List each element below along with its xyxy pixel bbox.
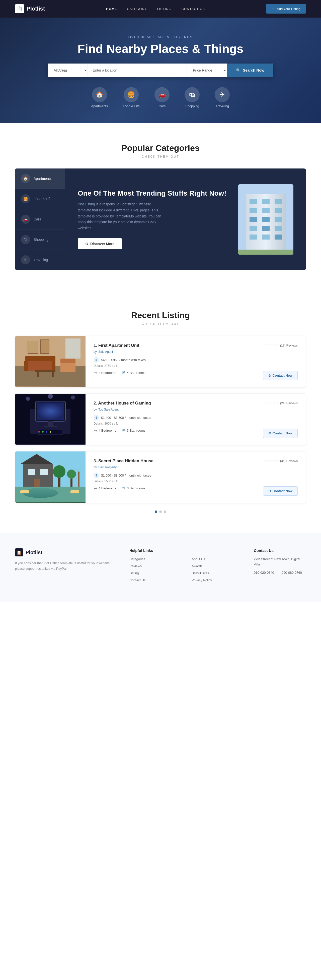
hero-cat-traveling[interactable]: ✈ Traveling: [215, 87, 230, 108]
svg-rect-37: [36, 402, 64, 420]
bath-icon-2: 🚿: [121, 428, 125, 433]
contact-button-1[interactable]: ⊙ Contact Now: [263, 371, 298, 380]
footer-link-categories[interactable]: Categories: [130, 557, 145, 561]
footer-link-awards[interactable]: Awards: [191, 564, 202, 568]
svg-rect-65: [78, 471, 79, 487]
sidebar-item-cars[interactable]: 🚗 Cars: [15, 209, 65, 229]
svg-rect-15: [250, 234, 257, 240]
search-button[interactable]: 🔍 Search Now: [227, 64, 274, 77]
area-select[interactable]: All Areas Downtown Suburbs Uptown: [47, 64, 88, 77]
food-icon: 🍔: [123, 87, 139, 102]
category-main-desc: Plot Listing is a responsive Bootstrap 5…: [78, 201, 163, 231]
cat-label-cars: Cars: [159, 104, 166, 108]
footer-link-contact[interactable]: Contact Us: [130, 578, 145, 582]
svg-point-45: [50, 431, 51, 433]
svg-rect-22: [25, 356, 55, 361]
stars-2: ☆☆☆☆☆: [264, 401, 279, 405]
reviews-2: (24) Reviews: [280, 401, 298, 405]
svg-rect-27: [35, 370, 55, 372]
main-nav: HOME CATEGORY LISTING CONTACT US: [106, 7, 205, 11]
pagination-dot-1[interactable]: [155, 511, 157, 513]
listing-rating-1: ☆☆☆☆☆ (18) Reviews: [264, 343, 298, 347]
sidebar-item-shopping[interactable]: 🛍 Shopping: [15, 229, 65, 250]
logo-text: Plotlist: [27, 6, 45, 12]
footer-link-privacy[interactable]: Privacy Policy: [191, 578, 212, 582]
hero-cat-food[interactable]: 🍔 Food & Life: [123, 87, 140, 108]
sidebar-label-apartments: Apartments: [33, 177, 52, 181]
svg-point-46: [26, 397, 30, 401]
bed-icon-1: 🛏: [93, 371, 97, 375]
price-range-select[interactable]: Price Range $100 - $500 $500 - $1000 $10…: [187, 64, 227, 77]
add-listing-button[interactable]: ＋ Add Your Listing: [266, 4, 306, 14]
footer-link-listing[interactable]: Listing: [130, 571, 139, 575]
cat-label-traveling: Traveling: [216, 104, 229, 108]
bedrooms-1: 🛏 4 Bedrooms: [93, 371, 116, 375]
svg-point-48: [71, 396, 75, 399]
contact-button-3[interactable]: ⊙ Contact Now: [263, 486, 298, 496]
category-main-content: One Of The Most Trending Stuffs Right No…: [65, 169, 306, 270]
hero-cat-cars[interactable]: 🚗 Cars: [155, 87, 169, 108]
price-icon-1: $: [93, 357, 99, 363]
category-sidebar: 🏠 Apartments 🍔 Food & Life 🚗 Cars 🛍 Shop…: [15, 169, 65, 270]
svg-rect-13: [262, 226, 270, 231]
listing-body-3: 3. Secret Place Hidden House by: Best Pr…: [85, 452, 306, 503]
logo[interactable]: 📋 Plotlist: [15, 4, 45, 13]
discover-more-button[interactable]: ⊙ Discover More: [78, 238, 122, 249]
bath-icon-3: 🚿: [121, 486, 125, 490]
pagination-dot-3[interactable]: [164, 511, 166, 513]
contact-button-2[interactable]: ⊙ Contact Now: [263, 429, 298, 438]
footer-links-list2: About Us Awards Useful Sites Privacy Pol…: [191, 557, 244, 582]
svg-point-59: [67, 469, 76, 479]
footer: 📋 Plotlist If you consider that Plot Lis…: [0, 533, 321, 602]
svg-point-43: [42, 431, 44, 433]
hero-subtitle: OVER 36,500+ ACTIVE LISTINGS: [15, 35, 306, 39]
sidebar-traveling-icon: ✈: [21, 255, 30, 264]
bath-icon-1: 🚿: [121, 371, 125, 375]
svg-rect-4: [262, 199, 270, 204]
footer-link-about[interactable]: About Us: [191, 557, 205, 561]
listing-rating-2: ☆☆☆☆☆ (24) Reviews: [264, 401, 298, 405]
svg-rect-8: [275, 208, 282, 213]
sidebar-item-food[interactable]: 🍔 Food & Life: [15, 189, 65, 209]
location-input[interactable]: [88, 64, 187, 77]
nav-listing[interactable]: LISTING: [157, 7, 172, 11]
listing-info-2: 2. Another House of Gaming by: Top Sale …: [93, 401, 258, 438]
svg-rect-16: [262, 234, 270, 240]
listing-price-row-3: $ $1,500 - $3,600 / month with taxes: [93, 473, 258, 478]
sidebar-item-apartments[interactable]: 🏠 Apartments: [15, 169, 65, 189]
footer-link-reviews[interactable]: Reviews: [130, 564, 142, 568]
category-building-image: [238, 184, 293, 255]
pagination-dot-2[interactable]: [159, 511, 162, 513]
footer-links-list: Categories Reviews Listing Contact Us: [130, 557, 182, 582]
listing-details-3: Details: 5500 sq ft: [93, 480, 258, 483]
reviews-1: (18) Reviews: [280, 344, 298, 347]
listing-title-3: 3. Secret Place Hidden House: [93, 458, 153, 463]
nav-category[interactable]: CATEGORY: [127, 7, 147, 11]
listing-details-1: Details: 2760 sq ft: [93, 364, 258, 368]
popular-categories-section: Popular Categories CHECK THEM OUT 🏠 Apar…: [0, 123, 321, 290]
hero-cat-apartments[interactable]: 🏠 Apartments: [91, 87, 108, 108]
listing-info-3: 3. Secret Place Hidden House by: Best Pr…: [93, 458, 258, 496]
hero-cat-shopping[interactable]: 🛍 Shopping: [185, 87, 199, 108]
bathrooms-2: 🚿 3 Bathrooms: [121, 428, 145, 433]
nav-contact[interactable]: CONTACT US: [182, 7, 205, 11]
footer-link-useful[interactable]: Useful Sites: [191, 571, 209, 575]
svg-rect-30: [65, 339, 81, 358]
cat-label-apartments: Apartments: [91, 104, 108, 108]
svg-rect-64: [71, 490, 79, 493]
svg-rect-39: [44, 426, 57, 427]
svg-rect-17: [275, 234, 282, 240]
sidebar-shopping-icon: 🛍: [21, 235, 30, 244]
sidebar-label-shopping: Shopping: [33, 237, 48, 242]
svg-rect-31: [28, 341, 38, 353]
listing-card-2: 2. Another House of Gaming by: Top Sale …: [15, 393, 306, 445]
listing-actions-2: ☆☆☆☆☆ (24) Reviews ⊙ Contact Now: [258, 401, 298, 438]
footer-logo: 📋 Plotlist: [15, 548, 119, 557]
pagination: [15, 511, 306, 513]
price-icon-3: $: [93, 473, 99, 478]
nav-home[interactable]: HOME: [106, 7, 117, 11]
listing-body-2: 2. Another House of Gaming by: Top Sale …: [85, 394, 306, 445]
svg-rect-26: [60, 358, 76, 363]
listing-number-3: 3.: [93, 458, 98, 463]
sidebar-item-traveling[interactable]: ✈ Traveling: [15, 250, 65, 270]
